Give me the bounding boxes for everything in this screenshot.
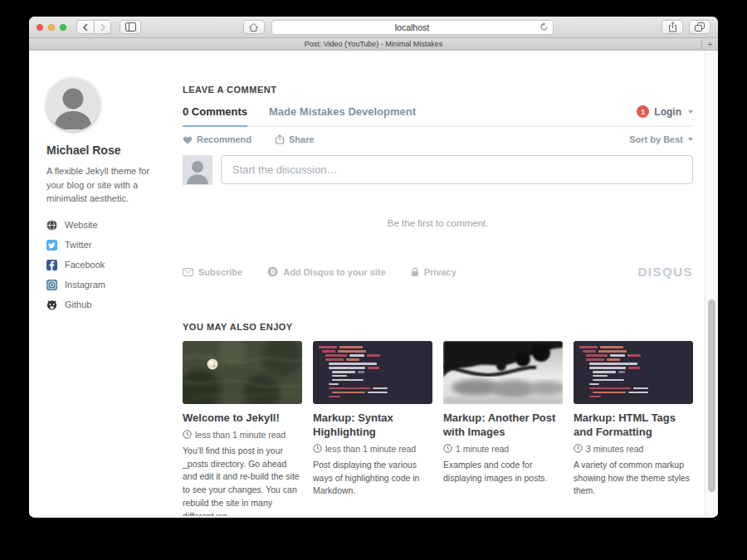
disqus-footer: Subscribe Add Disqus to your site Privac…: [183, 265, 693, 279]
read-time: 3 minutes read: [574, 444, 693, 454]
related-post-card: Markup: Another Post with Images 1 minut…: [443, 341, 563, 516]
envelope-icon: [183, 268, 193, 276]
author-bio: A flexible Jekyll theme for your blog or…: [46, 164, 156, 206]
post-thumbnail-code[interactable]: [574, 341, 693, 404]
code-screenshot-image: [574, 341, 693, 404]
share-page-button[interactable]: [662, 20, 683, 34]
comment-composer: [183, 155, 693, 185]
sidebar-toggle-button[interactable]: [120, 20, 141, 34]
back-button[interactable]: [76, 20, 94, 34]
reload-icon: [540, 22, 549, 32]
sidebar-icon: [125, 22, 136, 32]
home-button[interactable]: [243, 20, 265, 34]
comment-input[interactable]: [221, 155, 693, 184]
reload-button[interactable]: [540, 22, 549, 33]
add-disqus-link[interactable]: Add Disqus to your site: [267, 266, 385, 277]
disqus-actions: Recommend Share Sort by Best: [183, 134, 693, 144]
tab-overview-button[interactable]: [689, 20, 710, 34]
post-title-link[interactable]: Welcome to Jekyll!: [183, 411, 302, 426]
chevron-left-icon: [82, 23, 89, 32]
post-thumbnail-green-macro[interactable]: [183, 341, 302, 404]
disqus-d-icon: [267, 266, 278, 277]
empty-comments-message: Be the first to comment.: [183, 218, 693, 228]
read-time: 1 minute read: [443, 444, 563, 454]
tab-comment-count[interactable]: 0 Comments: [183, 105, 247, 127]
scrollbar-thumb[interactable]: [708, 299, 715, 492]
new-tab-button[interactable]: +: [701, 38, 718, 50]
clock-icon: [443, 444, 452, 453]
post-thumbnail-foggy-tree[interactable]: [443, 341, 563, 404]
related-heading: YOU MAY ALSO ENJOY: [183, 322, 693, 332]
recommend-label: Recommend: [197, 134, 251, 144]
browser-toolbar: localhost: [29, 17, 718, 38]
share-button[interactable]: Share: [275, 134, 315, 144]
author-avatar: [46, 78, 100, 131]
green-macro-image: [183, 341, 302, 404]
related-post-card: Markup: Syntax Highlighting less than 1 …: [313, 341, 432, 516]
link-label: Facebook: [65, 260, 105, 270]
instagram-icon: [46, 280, 57, 290]
read-time-label: less than 1 minute read: [325, 444, 416, 454]
sidebar-item-instagram[interactable]: Instagram: [46, 280, 171, 290]
read-time-label: 3 minutes read: [586, 444, 643, 454]
lock-icon: [411, 267, 419, 277]
post-title-link[interactable]: Markup: HTML Tags and Formatting: [574, 411, 693, 440]
privacy-link[interactable]: Privacy: [411, 267, 456, 277]
person-silhouette-icon: [46, 78, 100, 131]
community-link[interactable]: Made Mistakes Development: [269, 105, 416, 125]
scrollbar-track[interactable]: [705, 51, 718, 516]
minimize-window-button[interactable]: [48, 24, 55, 31]
author-links: Website Twitter Facebook Instagram: [46, 220, 171, 310]
tabs-icon: [695, 22, 705, 32]
post-excerpt: You’ll find this post in your _posts dir…: [183, 445, 302, 516]
post-title-link[interactable]: Markup: Another Post with Images: [443, 411, 563, 440]
read-time-label: 1 minute read: [456, 444, 509, 454]
subscribe-label: Subscribe: [198, 267, 242, 277]
disqus-wordmark: DISQUS: [637, 265, 693, 279]
sort-dropdown[interactable]: Sort by Best: [629, 134, 693, 144]
sidebar-item-twitter[interactable]: Twitter: [46, 240, 171, 251]
sidebar-item-website[interactable]: Website: [46, 220, 171, 231]
login-control[interactable]: 1 Login: [637, 105, 693, 118]
related-post-card: Markup: HTML Tags and Formatting 3 minut…: [574, 341, 693, 516]
link-label: Github: [65, 299, 91, 309]
chevron-right-icon: [100, 23, 106, 32]
link-label: Website: [65, 220, 98, 230]
address-bar[interactable]: localhost: [271, 20, 554, 35]
post-thumbnail-code[interactable]: [313, 341, 432, 404]
facebook-icon: [46, 260, 57, 270]
disqus-header: 0 Comments Made Mistakes Development 1 L…: [183, 105, 693, 127]
close-window-button[interactable]: [37, 24, 43, 31]
sidebar-item-github[interactable]: Github: [46, 299, 171, 310]
home-icon: [249, 23, 258, 32]
recommend-button[interactable]: Recommend: [183, 134, 251, 144]
twitter-icon: [46, 240, 57, 251]
clock-icon: [183, 430, 192, 439]
sidebar-item-facebook[interactable]: Facebook: [46, 260, 171, 270]
foggy-tree-image: [443, 341, 563, 404]
post-excerpt: A variety of common markup showing how t…: [574, 459, 693, 498]
main-content: LEAVE A COMMENT 0 Comments Made Mistakes…: [183, 78, 693, 516]
author-name: Michael Rose: [46, 144, 171, 157]
post-title-link[interactable]: Markup: Syntax Highlighting: [313, 411, 432, 440]
forward-button[interactable]: [94, 20, 111, 34]
add-disqus-label: Add Disqus to your site: [283, 267, 385, 277]
traffic-lights: [37, 24, 66, 31]
privacy-label: Privacy: [424, 267, 456, 277]
zoom-window-button[interactable]: [60, 24, 66, 31]
heart-icon: [183, 135, 193, 144]
globe-icon: [46, 220, 57, 231]
chevron-down-icon: [688, 110, 693, 114]
read-time: less than 1 minute read: [183, 430, 302, 440]
comments-heading: LEAVE A COMMENT: [183, 85, 693, 95]
notification-badge[interactable]: 1: [637, 105, 649, 118]
active-tab[interactable]: Post: Video (YouTube) - Minimal Mistakes: [305, 40, 443, 48]
subscribe-button[interactable]: Subscribe: [183, 267, 242, 277]
share-arrow-icon: [275, 134, 285, 144]
chevron-down-icon: [688, 138, 693, 141]
github-icon: [46, 299, 57, 310]
sort-label: Sort by Best: [629, 134, 683, 144]
guest-avatar: [183, 155, 212, 185]
link-label: Twitter: [65, 240, 91, 250]
url-text: localhost: [395, 22, 429, 32]
